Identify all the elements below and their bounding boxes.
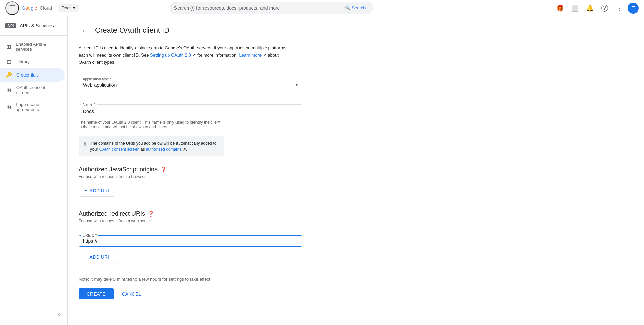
sidebar-item-label: Enabled APIs & services bbox=[16, 42, 59, 52]
sidebar: API APIs & Services ⊞ Enabled APIs & ser… bbox=[0, 16, 68, 325]
page-usage-icon: ⊞ bbox=[5, 104, 12, 110]
sidebar-collapse-hint: ◁ bbox=[58, 311, 61, 317]
add-uri-redirect-button[interactable]: + ADD URI bbox=[79, 251, 115, 263]
back-button[interactable]: ← bbox=[79, 24, 91, 37]
action-buttons: CREATE CANCEL bbox=[79, 288, 302, 299]
application-type-label: Application type * bbox=[81, 77, 113, 81]
bell-icon: 🔔 bbox=[586, 4, 594, 12]
redirect-uris-title: Authorized redirect URIs ❓ bbox=[79, 210, 302, 217]
topbar-right-actions: 🎁 ⬜ 🔔 ? ⋮ T bbox=[553, 1, 639, 15]
monitor-icon: ⬜ bbox=[571, 4, 579, 12]
intro-text-part3: for more information. bbox=[196, 52, 239, 58]
docs-chip[interactable]: Docs ▾ bbox=[58, 4, 80, 12]
info-box: ℹ The domains of the URIs you add below … bbox=[79, 136, 224, 156]
sidebar-title: APIs & Services bbox=[20, 23, 54, 28]
redirect-uris-section: Authorized redirect URIs ❓ For use with … bbox=[79, 210, 302, 263]
avatar[interactable]: T bbox=[628, 3, 639, 14]
create-button[interactable]: CREATE bbox=[79, 288, 114, 299]
js-origins-section: Authorized JavaScript origins ❓ For use … bbox=[79, 166, 302, 197]
learn-more-ext-icon: ↗ bbox=[262, 52, 267, 58]
application-type-value: Web application bbox=[83, 82, 117, 88]
search-icon: 🔍 bbox=[345, 5, 350, 10]
sidebar-item-label: Credentials bbox=[16, 72, 39, 78]
redirect-uris-subtitle: For use with requests from a web server bbox=[79, 219, 302, 223]
sidebar-item-label: Library bbox=[16, 59, 30, 64]
dropdown-arrow-icon: ▾ bbox=[296, 83, 298, 87]
uri-1-input[interactable] bbox=[83, 238, 298, 244]
uri-field-label: URIs 1 * bbox=[81, 233, 98, 237]
redirect-uris-title-text: Authorized redirect URIs bbox=[79, 210, 145, 217]
google-wordmark: Google bbox=[22, 5, 37, 11]
help-button[interactable]: ? bbox=[598, 1, 611, 15]
page-title: Create OAuth client ID bbox=[95, 26, 169, 35]
js-origins-subtitle: For use with requests from a browser bbox=[79, 174, 302, 179]
gift-icon: 🎁 bbox=[556, 4, 564, 12]
name-label: Name * bbox=[81, 102, 97, 106]
info-icon: ℹ bbox=[84, 141, 86, 152]
topbar: ☰ Google Cloud Docs ▾ 🔍 Search 🎁 ⬜ � bbox=[0, 0, 644, 16]
more-options-button[interactable]: ⋮ bbox=[613, 1, 626, 15]
sidebar-item-library[interactable]: ⊞ Library bbox=[0, 55, 65, 68]
enabled-apis-icon: ⊞ bbox=[5, 44, 12, 50]
sidebar-item-label: Page usage agreements bbox=[16, 102, 59, 112]
setup-oauth-link[interactable]: Setting up OAuth 2.0 bbox=[150, 52, 191, 58]
search-bar-container: 🔍 Search bbox=[170, 2, 373, 14]
sidebar-item-oauth-consent[interactable]: ⊞ OAuth consent screen bbox=[0, 82, 65, 99]
add-uri-label: ADD URI bbox=[89, 188, 109, 193]
sidebar-divider bbox=[0, 35, 67, 36]
search-button-label: Search bbox=[352, 5, 366, 10]
library-icon: ⊞ bbox=[5, 59, 12, 65]
collapse-icon[interactable]: ◁ bbox=[58, 311, 61, 317]
credentials-icon: 🔑 bbox=[5, 72, 12, 78]
js-origins-title-text: Authorized JavaScript origins bbox=[79, 166, 158, 173]
hamburger-menu-button[interactable]: ☰ bbox=[5, 1, 19, 15]
sidebar-item-label: OAuth consent screen bbox=[16, 85, 59, 95]
application-type-field: Application type * Web application ▾ bbox=[79, 72, 302, 91]
api-badge: API bbox=[5, 23, 16, 28]
cancel-button[interactable]: CANCEL bbox=[119, 288, 144, 299]
search-button[interactable]: 🔍 Search bbox=[342, 4, 368, 12]
name-hint: The name of your OAuth 2.0 client. This … bbox=[79, 120, 224, 129]
sidebar-item-enabled-apis[interactable]: ⊞ Enabled APIs & services bbox=[0, 38, 65, 55]
notifications-button[interactable]: 🔔 bbox=[583, 1, 597, 15]
form-section: Application type * Web application ▾ Nam… bbox=[79, 72, 302, 299]
plus-icon-2: + bbox=[84, 254, 87, 260]
js-origins-title: Authorized JavaScript origins ❓ bbox=[79, 166, 302, 173]
uri-input-box bbox=[79, 235, 302, 247]
google-cloud-logo[interactable]: Google Cloud bbox=[22, 5, 52, 11]
oauth-consent-icon: ⊞ bbox=[5, 87, 12, 93]
learn-more-link[interactable]: Learn more bbox=[239, 52, 261, 58]
main-content: ← Create OAuth client ID A client ID is … bbox=[68, 16, 644, 325]
page-header: ← Create OAuth client ID bbox=[79, 24, 633, 37]
js-origins-help-icon[interactable]: ❓ bbox=[160, 166, 167, 173]
monitor-icon-button[interactable]: ⬜ bbox=[568, 1, 582, 15]
plus-icon: + bbox=[84, 188, 87, 194]
more-icon: ⋮ bbox=[617, 4, 623, 12]
name-field: Name * The name of your OAuth 2.0 client… bbox=[79, 98, 302, 129]
docs-chip-label: Docs bbox=[62, 5, 72, 10]
add-uri-js-origins-button[interactable]: + ADD URI bbox=[79, 185, 115, 197]
redirect-uris-help-icon[interactable]: ❓ bbox=[148, 211, 154, 217]
name-input[interactable] bbox=[83, 107, 298, 115]
sidebar-item-page-usage[interactable]: ⊞ Page usage agreements bbox=[0, 99, 65, 115]
uri-1-input-wrapper: URIs 1 * bbox=[79, 229, 302, 247]
oauth-consent-link[interactable]: OAuth consent screen bbox=[99, 147, 140, 152]
sidebar-header: API APIs & Services bbox=[0, 19, 67, 32]
note-text: Note: It may take 5 minutes to a few hou… bbox=[79, 277, 302, 282]
info-text-part2: as bbox=[139, 147, 146, 152]
info-text-end: ↗ bbox=[182, 147, 186, 152]
search-input[interactable] bbox=[174, 5, 342, 11]
gift-icon-button[interactable]: 🎁 bbox=[553, 1, 567, 15]
info-text-dot: . bbox=[186, 147, 187, 152]
docs-chip-arrow-icon: ▾ bbox=[73, 5, 75, 10]
add-uri-2-label: ADD URI bbox=[89, 254, 109, 260]
help-icon: ? bbox=[601, 5, 608, 12]
info-box-text: The domains of the URIs you add below wi… bbox=[90, 140, 219, 152]
intro-text: A client ID is used to identify a single… bbox=[79, 45, 289, 66]
cloud-text: Cloud bbox=[40, 5, 52, 11]
authorized-domains-link[interactable]: authorized domains bbox=[146, 147, 182, 152]
intro-text-part2: ↗ bbox=[191, 52, 196, 58]
sidebar-item-credentials[interactable]: 🔑 Credentials bbox=[0, 68, 65, 82]
name-input-wrapper bbox=[79, 104, 302, 118]
